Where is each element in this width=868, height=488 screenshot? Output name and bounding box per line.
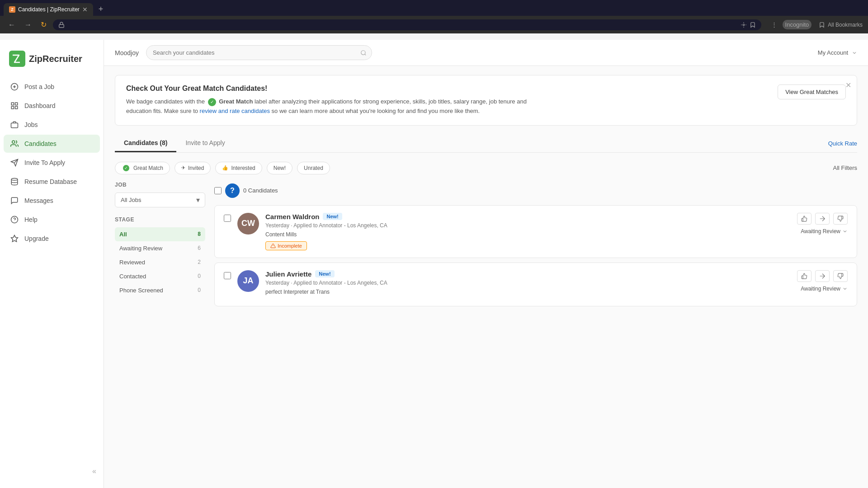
stage-item-all[interactable]: All 8 [115,227,205,241]
candidate-company-carmen: Content Mills [265,231,791,238]
job-select[interactable]: All Jobs [115,192,205,207]
filter-chip-invited[interactable]: ✈ Invited [175,162,211,174]
sidebar: ZipRecruiter Post a Job Dashboard Job [0,40,104,488]
svg-point-12 [11,178,18,181]
banner-content: Check Out Your Great Match Candidates! W… [126,84,769,116]
page-content: Check Out Your Great Match Candidates! W… [104,66,868,488]
back-button[interactable]: ← [5,19,18,31]
thumbs-down-button-julien[interactable] [833,270,848,282]
sidebar-item-invite-to-apply[interactable]: Invite To Apply [4,154,100,172]
candidate-checkbox-carmen[interactable] [224,215,231,222]
sidebar-item-help[interactable]: Help [4,211,100,229]
stage-dropdown-carmen[interactable]: Awaiting Review [801,228,848,235]
sidebar-item-invite-to-apply-label: Invite To Apply [24,159,65,166]
sidebar-collapse-button[interactable]: « [92,467,96,475]
sidebar-item-resume-database[interactable]: Resume Database [4,173,100,191]
address-bar[interactable]: ziprecruiter.com/candidates?q=&label_nam… [53,19,761,30]
candidate-card-carmen-waldron: CW Carmen Waldron New! Yesterday · Appli… [214,205,857,258]
sidebar-item-dashboard[interactable]: Dashboard [4,97,100,115]
stage-item-contacted-count: 0 [198,273,201,279]
stage-item-reviewed[interactable]: Reviewed 2 [115,255,205,269]
filter-sidebar: Job All Jobs ▾ Stage All [115,182,205,311]
maybe-button-julien[interactable] [815,270,830,282]
job-filter-section: Job All Jobs ▾ [115,182,205,207]
logo: ZipRecruiter [9,51,94,67]
thumbs-up-button-carmen[interactable] [797,213,811,225]
filter-chip-interested-label: Interested [231,165,255,171]
review-rate-link[interactable]: review and rate candidates [200,108,270,114]
select-all-row: ? 0 Candidates [214,182,857,200]
stage-item-awaiting-review-count: 6 [198,245,201,251]
candidate-name-julien: Julien Avriette [265,270,311,278]
quick-rate-button[interactable]: Quick Rate [828,140,857,147]
great-match-chip-icon: ✓ [123,165,129,171]
candidate-meta-carmen: Yesterday · Applied to Annotator - Los A… [265,222,791,229]
logo-text: ZipRecruiter [29,54,82,64]
sidebar-item-post-job[interactable]: Post a Job [4,78,100,96]
my-account-button[interactable]: My Account [818,49,857,56]
stage-item-awaiting-review-label: Awaiting Review [119,245,162,252]
stage-label-carmen: Awaiting Review [801,228,840,235]
filter-chip-unrated[interactable]: Unrated [297,162,330,174]
database-icon [10,177,19,186]
thumbs-up-button-julien[interactable] [797,270,811,282]
svg-rect-0 [59,24,64,27]
thumbs-down-icon [837,216,844,222]
select-all-checkbox[interactable] [214,187,222,194]
tab-close-btn[interactable]: ✕ [82,6,88,13]
stage-item-reviewed-count: 2 [198,259,201,265]
sidebar-nav: Post a Job Dashboard Jobs Candidates [0,78,104,248]
svg-rect-8 [11,123,18,128]
filter-chip-new[interactable]: New! [267,162,292,174]
maybe-button-carmen[interactable] [815,213,830,225]
my-account-label: My Account [818,49,848,56]
candidate-checkbox-julien[interactable] [224,272,231,279]
svg-point-9 [12,141,15,143]
sidebar-item-candidates[interactable]: Candidates [4,135,100,153]
briefcase-icon [10,120,19,129]
candidate-info-julien: Julien Avriette New! Yesterday · Applied… [265,270,791,299]
incomplete-badge-carmen: Incomplete [265,241,307,250]
new-tab-button[interactable]: + [95,3,107,16]
sidebar-item-post-job-label: Post a Job [24,83,54,90]
thumbs-down-icon [837,273,844,279]
tab-favicon: Z [9,6,15,13]
tab-invite-to-apply[interactable]: Invite to Apply [176,135,234,152]
svg-marker-14 [11,235,18,242]
sidebar-item-messages[interactable]: Messages [4,192,100,210]
stage-item-phone-screened[interactable]: Phone Screened 0 [115,283,205,297]
candidates-list: ? 0 Candidates CW Carmen Waldron New! Ye [214,182,857,311]
sidebar-item-jobs[interactable]: Jobs [4,116,100,134]
extensions-button[interactable]: ⋮ [769,20,780,29]
stage-item-awaiting-review[interactable]: Awaiting Review 6 [115,241,205,255]
great-match-banner: Check Out Your Great Match Candidates! W… [115,75,857,126]
view-great-matches-button[interactable]: View Great Matches [778,84,846,99]
url-input[interactable]: ziprecruiter.com/candidates?q=&label_nam… [68,22,737,28]
svg-point-15 [361,51,365,55]
stage-dropdown-julien[interactable]: Awaiting Review [801,286,848,292]
all-filters-button[interactable]: All Filters [833,164,857,171]
sidebar-item-resume-database-label: Resume Database [24,178,77,185]
star-icon [10,234,19,243]
svg-rect-6 [11,107,14,109]
candidate-tags-carmen: Incomplete [265,241,791,250]
filter-chip-unrated-label: Unrated [304,165,323,171]
active-browser-tab[interactable]: Z Candidates | ZipRecruiter ✕ [4,3,93,16]
grid-icon [10,101,19,110]
tab-candidates[interactable]: Candidates (8) [115,135,176,152]
filter-chip-interested[interactable]: 👍 Interested [215,162,262,174]
search-input[interactable] [146,45,372,60]
thumbs-down-button-carmen[interactable] [833,213,848,225]
maybe-icon [819,216,826,222]
stage-item-contacted[interactable]: Contacted 0 [115,269,205,283]
help-button[interactable]: ? [225,183,240,198]
candidate-avatar-julien: JA [237,270,259,292]
extensions-icon [741,22,747,28]
filter-chip-great-match[interactable]: ✓ Great Match [115,162,170,174]
chat-icon [10,196,19,205]
refresh-button[interactable]: ↻ [38,19,49,31]
candidate-card-right-julien: Awaiting Review [797,270,848,292]
sidebar-item-upgrade[interactable]: Upgrade [4,230,100,248]
banner-close-button[interactable]: ✕ [845,81,851,89]
forward-button[interactable]: → [22,19,34,31]
